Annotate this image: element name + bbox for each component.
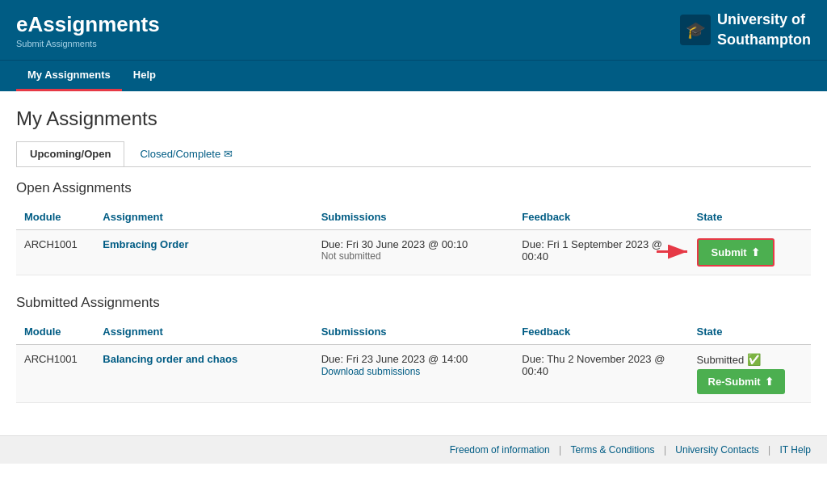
open-row-module: ARCH1001 bbox=[16, 230, 94, 275]
sub-submissions-due: Due: Fri 23 June 2023 @ 14:00 bbox=[321, 353, 506, 365]
resubmit-upload-icon: ⬆ bbox=[765, 376, 774, 388]
open-assignment-link[interactable]: Embracing Order bbox=[103, 238, 188, 250]
upload-icon: ⬆ bbox=[751, 246, 760, 258]
main-content: My Assignments Upcoming/Open Closed/Comp… bbox=[0, 91, 827, 403]
footer-divider-3: | bbox=[768, 444, 773, 456]
tab-closed-complete[interactable]: Closed/Complete ✉ bbox=[126, 141, 246, 166]
submitted-checkmark-icon: ✅ bbox=[747, 353, 761, 366]
tabs-container: Upcoming/Open Closed/Complete ✉ bbox=[16, 141, 811, 167]
sub-col-module: Module bbox=[16, 319, 94, 345]
app-title: eAssignments bbox=[16, 12, 160, 37]
app-subtitle: Submit Assignments bbox=[16, 39, 160, 48]
university-shield-icon: 🎓 bbox=[680, 15, 711, 45]
footer-terms[interactable]: Terms & Conditions bbox=[571, 444, 655, 456]
footer-it-help[interactable]: IT Help bbox=[780, 444, 811, 456]
nav-my-assignments[interactable]: My Assignments bbox=[16, 61, 122, 91]
header: eAssignments Submit Assignments 🎓 Univer… bbox=[0, 0, 827, 91]
open-row-state: Submit ⬆ bbox=[689, 230, 811, 275]
open-row-submissions: Due: Fri 30 June 2023 @ 00:10 Not submit… bbox=[313, 230, 514, 275]
footer-freedom-info[interactable]: Freedom of information bbox=[450, 444, 550, 456]
open-submissions-status: Not submitted bbox=[321, 250, 506, 262]
sub-row-submissions: Due: Fri 23 June 2023 @ 14:00 Download s… bbox=[313, 345, 514, 403]
sub-assignment-link[interactable]: Balancing order and chaos bbox=[103, 353, 237, 365]
open-col-feedback: Feedback bbox=[514, 204, 688, 230]
open-col-submissions: Submissions bbox=[313, 204, 514, 230]
footer-university-contacts[interactable]: University Contacts bbox=[675, 444, 758, 456]
university-logo: 🎓 University of Southampton bbox=[680, 10, 811, 50]
app-branding: eAssignments Submit Assignments bbox=[16, 12, 160, 48]
tab-upcoming-open[interactable]: Upcoming/Open bbox=[16, 141, 124, 166]
university-name: University of Southampton bbox=[717, 10, 811, 50]
open-assignments-table: Module Assignment Submissions Feedback S… bbox=[16, 204, 811, 275]
open-assignment-row: ARCH1001 Embracing Order Due: Fri 30 Jun… bbox=[16, 230, 811, 275]
page-title: My Assignments bbox=[16, 107, 811, 130]
open-col-module: Module bbox=[16, 204, 94, 230]
sub-col-assignment: Assignment bbox=[94, 319, 313, 345]
sub-col-state: State bbox=[689, 319, 811, 345]
footer: Freedom of information | Terms & Conditi… bbox=[0, 435, 827, 464]
sub-col-submissions: Submissions bbox=[313, 319, 514, 345]
resubmit-button[interactable]: Re-Submit ⬆ bbox=[697, 369, 785, 394]
nav-help[interactable]: Help bbox=[122, 61, 167, 91]
open-col-state: State bbox=[689, 204, 811, 230]
open-col-assignment: Assignment bbox=[94, 204, 313, 230]
submit-button[interactable]: Submit ⬆ bbox=[697, 238, 775, 267]
email-icon: ✉ bbox=[224, 148, 233, 160]
open-assignments-heading: Open Assignments bbox=[16, 180, 811, 196]
submitted-assignments-table: Module Assignment Submissions Feedback S… bbox=[16, 319, 811, 403]
open-row-assignment: Embracing Order bbox=[94, 230, 313, 275]
sub-row-module: ARCH1001 bbox=[16, 345, 94, 403]
main-nav: My Assignments Help bbox=[0, 60, 827, 91]
footer-divider-1: | bbox=[559, 444, 564, 456]
sub-row-state: Submitted ✅ Re-Submit ⬆ bbox=[689, 345, 811, 403]
open-row-feedback: Due: Fri 1 September 2023 @ 00:40 bbox=[514, 230, 688, 275]
sub-download-link[interactable]: Download submissions bbox=[321, 366, 421, 377]
open-submissions-due: Due: Fri 30 June 2023 @ 00:10 bbox=[321, 238, 506, 250]
submitted-assignment-row: ARCH1001 Balancing order and chaos Due: … bbox=[16, 345, 811, 403]
sub-row-feedback: Due: Thu 2 November 2023 @ 00:40 bbox=[514, 345, 688, 403]
sub-col-feedback: Feedback bbox=[514, 319, 688, 345]
open-feedback-due: Due: Fri 1 September 2023 @ 00:40 bbox=[522, 238, 680, 262]
submitted-assignments-heading: Submitted Assignments bbox=[16, 295, 811, 311]
footer-divider-2: | bbox=[664, 444, 669, 456]
sub-row-assignment: Balancing order and chaos bbox=[94, 345, 313, 403]
sub-submitted-label: Submitted bbox=[697, 354, 745, 366]
sub-feedback-due: Due: Thu 2 November 2023 @ 00:40 bbox=[522, 353, 680, 377]
svg-text:🎓: 🎓 bbox=[686, 20, 706, 40]
